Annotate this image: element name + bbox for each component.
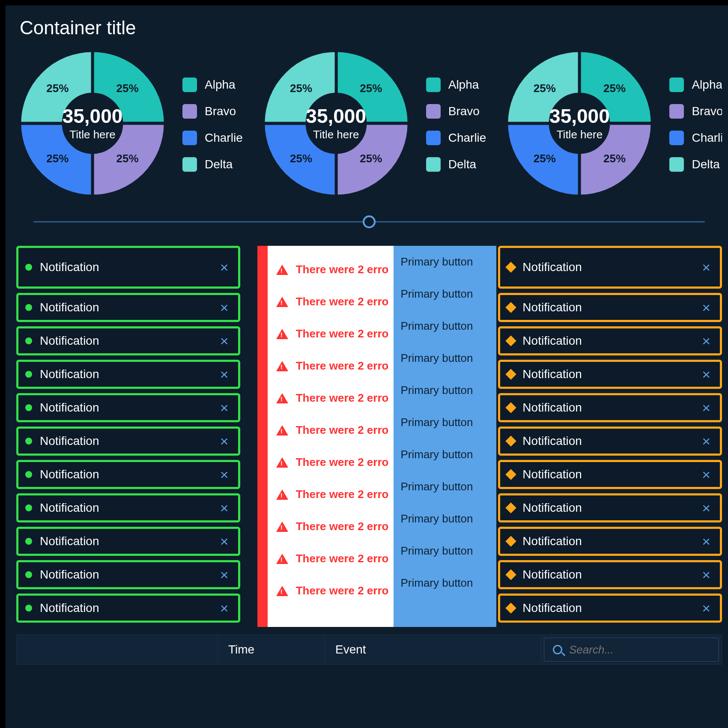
close-icon[interactable]: × [699, 534, 713, 549]
notification-text: Notification [40, 501, 210, 515]
notification-item[interactable]: Notification× [498, 326, 722, 355]
error-item[interactable]: There were 2 erro [268, 254, 394, 286]
close-icon[interactable]: × [218, 260, 231, 274]
error-item[interactable]: There were 2 erro [268, 318, 394, 350]
close-icon[interactable]: × [218, 300, 231, 315]
close-icon[interactable]: × [699, 300, 713, 315]
close-icon[interactable]: × [699, 567, 713, 582]
notification-item[interactable]: Notification× [16, 527, 240, 556]
notification-item[interactable]: Notification× [498, 393, 722, 422]
warning-icon [276, 361, 288, 371]
error-item[interactable]: There were 2 erro [268, 446, 394, 478]
content-columns: Notification×Notification×Notification×N… [16, 246, 722, 627]
legend-item[interactable]: Alpha [426, 78, 486, 92]
error-item[interactable]: There were 2 erro [268, 350, 394, 382]
legend-item[interactable]: Delta [182, 157, 243, 172]
donut-graphic: 35,000Title here25%25%25%25% [20, 51, 165, 196]
legend-item[interactable]: Bravo [426, 104, 486, 119]
close-icon[interactable]: × [699, 601, 713, 615]
primary-button[interactable]: Primary button [394, 406, 496, 439]
close-icon[interactable]: × [699, 334, 713, 348]
close-icon[interactable]: × [218, 501, 231, 515]
primary-button[interactable]: Primary button [394, 278, 496, 310]
notification-item[interactable]: Notification× [498, 360, 722, 389]
close-icon[interactable]: × [218, 334, 231, 348]
notification-item[interactable]: Notification× [498, 560, 722, 589]
notification-item[interactable]: Notification× [16, 560, 240, 589]
close-icon[interactable]: × [699, 467, 713, 482]
legend-item[interactable]: Alpha [182, 78, 243, 92]
error-item[interactable]: There were 2 erro [268, 414, 394, 446]
error-item[interactable]: There were 2 erro [268, 575, 394, 607]
primary-button[interactable]: Primary button [394, 310, 496, 342]
notification-item[interactable]: Notification× [16, 594, 240, 623]
primary-button[interactable]: Primary button [394, 535, 496, 567]
notification-item[interactable]: Notification× [16, 393, 240, 422]
primary-button[interactable]: Primary button [394, 567, 496, 599]
notification-text: Notification [40, 434, 210, 448]
notification-item[interactable]: Notification× [498, 246, 722, 289]
legend-swatch [182, 78, 197, 92]
legend-label: Charlie [448, 131, 486, 145]
primary-button[interactable]: Primary button [394, 342, 496, 374]
legend-swatch [426, 104, 441, 119]
middle-column: There were 2 erroThere were 2 erroThere … [257, 246, 481, 627]
notification-item[interactable]: Notification× [498, 427, 722, 456]
search-input[interactable] [568, 643, 710, 657]
error-text: There were 2 erro [296, 424, 389, 437]
legend-item[interactable]: Delta [426, 157, 486, 172]
close-icon[interactable]: × [218, 534, 231, 549]
close-icon[interactable]: × [699, 260, 713, 274]
notification-item[interactable]: Notification× [16, 326, 240, 355]
notification-item[interactable]: Notification× [16, 246, 240, 289]
legend-label: Delta [692, 158, 719, 171]
close-icon[interactable]: × [699, 434, 713, 448]
close-icon[interactable]: × [699, 501, 713, 515]
primary-button[interactable]: Primary button [394, 503, 496, 535]
error-item[interactable]: There were 2 erro [268, 543, 394, 575]
search-box[interactable] [544, 638, 719, 662]
primary-button[interactable]: Primary button [394, 471, 496, 503]
close-icon[interactable]: × [218, 367, 231, 382]
column-header-time[interactable]: Time [218, 635, 325, 664]
warning-icon [276, 554, 288, 564]
primary-button[interactable]: Primary button [394, 246, 496, 278]
legend-item[interactable]: Alpha [669, 78, 722, 92]
close-icon[interactable]: × [699, 367, 713, 382]
notification-item[interactable]: Notification× [498, 594, 722, 623]
progress-slider[interactable] [33, 213, 705, 230]
notification-item[interactable]: Notification× [16, 293, 240, 322]
legend-item[interactable]: Charlie [669, 131, 722, 145]
error-item[interactable]: There were 2 erro [268, 478, 394, 510]
notification-item[interactable]: Notification× [498, 460, 722, 489]
notification-item[interactable]: Notification× [498, 293, 722, 322]
close-icon[interactable]: × [699, 400, 713, 415]
legend-item[interactable]: Charlie [182, 131, 243, 145]
error-item[interactable]: There were 2 erro [268, 510, 394, 543]
legend-item[interactable]: Bravo [182, 104, 243, 119]
close-icon[interactable]: × [218, 400, 231, 415]
notification-item[interactable]: Notification× [16, 460, 240, 489]
notification-item[interactable]: Notification× [16, 360, 240, 389]
close-icon[interactable]: × [218, 601, 231, 615]
status-diamond-icon [506, 603, 516, 613]
footer-spacer [17, 635, 218, 664]
notification-item[interactable]: Notification× [16, 427, 240, 456]
close-icon[interactable]: × [218, 467, 231, 482]
close-icon[interactable]: × [218, 434, 231, 448]
close-icon[interactable]: × [218, 567, 231, 582]
legend-item[interactable]: Bravo [669, 104, 722, 119]
legend-item[interactable]: Charlie [426, 131, 486, 145]
legend-label: Delta [448, 158, 476, 171]
slider-thumb[interactable] [363, 215, 376, 228]
notification-item[interactable]: Notification× [16, 493, 240, 522]
error-item[interactable]: There were 2 erro [268, 286, 394, 318]
column-header-event[interactable]: Event [325, 635, 541, 664]
notification-item[interactable]: Notification× [498, 493, 722, 522]
notification-item[interactable]: Notification× [498, 527, 722, 556]
legend-item[interactable]: Delta [669, 157, 722, 172]
error-item[interactable]: There were 2 erro [268, 382, 394, 414]
status-dot-icon [25, 371, 32, 378]
primary-button[interactable]: Primary button [394, 374, 496, 406]
primary-button[interactable]: Primary button [394, 439, 496, 471]
